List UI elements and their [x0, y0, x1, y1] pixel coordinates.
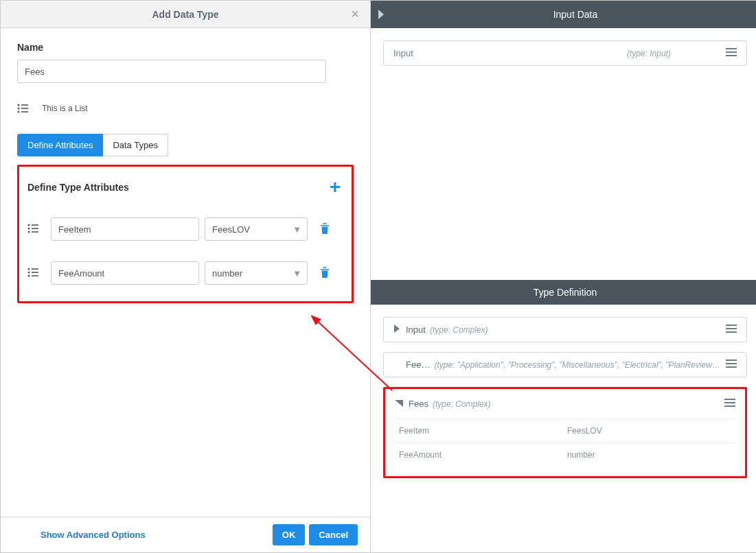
add-attribute-icon[interactable]: + [330, 178, 341, 197]
define-attributes-header: Define Type Attributes + [27, 178, 341, 197]
chevron-down-icon: ▼ [293, 224, 301, 235]
tab-define-attributes[interactable]: Define Attributes [17, 134, 103, 156]
attribute-row: number ▼ [27, 261, 341, 285]
right-panel: Input Data Input (type: Input) Type Defi… [371, 1, 756, 552]
svg-point-0 [18, 104, 20, 106]
name-label: Name [17, 42, 354, 53]
input-type-hint: (type: Input) [627, 49, 671, 58]
attribute-name-input[interactable] [51, 217, 199, 241]
ok-button[interactable]: OK [273, 524, 306, 545]
input-data-header: Input Data [371, 1, 756, 28]
input-card[interactable]: Input (type: Input) [383, 40, 747, 66]
svg-point-10 [28, 231, 30, 233]
type-name: Fees [409, 399, 428, 409]
add-data-type-panel: Add Data Type × Name This is a List Defi… [1, 1, 371, 552]
delete-attribute-icon[interactable] [320, 223, 330, 236]
input-data-body: Input (type: Input) [371, 28, 756, 280]
close-icon[interactable]: × [347, 6, 363, 22]
type-definition-section: Type Definition Input (type: Complex) Fe… [371, 280, 756, 552]
svg-point-16 [28, 274, 30, 276]
attribute-type-value: number [212, 268, 242, 279]
fees-attr-name: FeeAmount [399, 450, 567, 460]
list-icon [27, 224, 38, 235]
svg-point-12 [28, 268, 30, 270]
list-text: This is a List [42, 104, 88, 113]
tab-data-types[interactable]: Data Types [103, 134, 168, 156]
attribute-row: FeesLOV ▼ [27, 217, 341, 241]
svg-point-2 [18, 108, 20, 110]
type-hint: (type: "Application", "Processing", "Mis… [434, 360, 720, 370]
fees-attr-type: FeesLOV [567, 426, 731, 436]
type-definition-list: Input (type: Complex) Fee… (type: "Appli… [371, 305, 756, 491]
type-hint: (type: Complex) [433, 399, 491, 409]
expand-down-icon[interactable] [395, 399, 403, 409]
type-hint: (type: Complex) [430, 325, 720, 335]
define-attributes-box: Define Type Attributes + FeesLOV [17, 165, 354, 303]
list-icon [17, 104, 28, 113]
fees-attr-name: FeeItem [399, 426, 567, 436]
attribute-type-select[interactable]: FeesLOV ▼ [205, 217, 308, 241]
type-name: Fee… [406, 360, 430, 370]
name-input[interactable] [17, 60, 326, 83]
fees-attributes: FeeItem FeesLOV FeeAmount number [385, 419, 745, 476]
fees-header[interactable]: Fees (type: Complex) [385, 389, 745, 419]
type-definition-header: Type Definition [371, 280, 756, 305]
menu-icon[interactable] [724, 399, 735, 409]
svg-point-14 [28, 271, 30, 273]
fees-attr-row: FeeAmount number [395, 443, 735, 467]
svg-point-4 [18, 111, 20, 113]
fees-attr-row: FeeItem FeesLOV [395, 419, 735, 443]
chevron-down-icon: ▼ [293, 268, 301, 279]
type-name: Input [406, 325, 426, 335]
type-row-input[interactable]: Input (type: Complex) [383, 317, 747, 342]
input-data-title: Input Data [391, 9, 756, 20]
svg-point-8 [28, 227, 30, 229]
modal-title: Add Data Type [1, 9, 370, 20]
svg-point-6 [28, 224, 30, 226]
menu-icon[interactable] [726, 360, 737, 370]
attribute-type-value: FeesLOV [212, 224, 250, 235]
fees-attr-type: number [567, 450, 731, 460]
list-icon [27, 268, 38, 279]
attribute-name-input[interactable] [51, 261, 199, 285]
expand-right-icon[interactable] [393, 325, 400, 335]
menu-icon[interactable] [726, 48, 737, 58]
attribute-type-select[interactable]: number ▼ [205, 261, 308, 285]
input-name: Input [393, 48, 413, 58]
show-advanced-link[interactable]: Show Advanced Options [41, 530, 146, 540]
type-definition-title: Type Definition [534, 287, 597, 298]
list-indicator-row: This is a List [17, 104, 354, 113]
modal-body: Name This is a List Define Attributes Da… [1, 28, 370, 517]
tabs: Define Attributes Data Types [17, 134, 354, 156]
collapse-icon[interactable] [371, 10, 391, 19]
type-row-feeslov[interactable]: Fee… (type: "Application", "Processing",… [383, 352, 747, 377]
app-root: Add Data Type × Name This is a List Defi… [0, 0, 756, 553]
define-attributes-title: Define Type Attributes [27, 182, 129, 193]
menu-icon[interactable] [726, 325, 737, 335]
modal-header: Add Data Type × [1, 1, 370, 28]
modal-footer: Show Advanced Options OK Cancel [1, 517, 370, 552]
delete-attribute-icon[interactable] [320, 267, 330, 280]
type-row-fees-highlighted: Fees (type: Complex) FeeItem FeesLOV [383, 387, 747, 478]
cancel-button[interactable]: Cancel [309, 524, 358, 545]
